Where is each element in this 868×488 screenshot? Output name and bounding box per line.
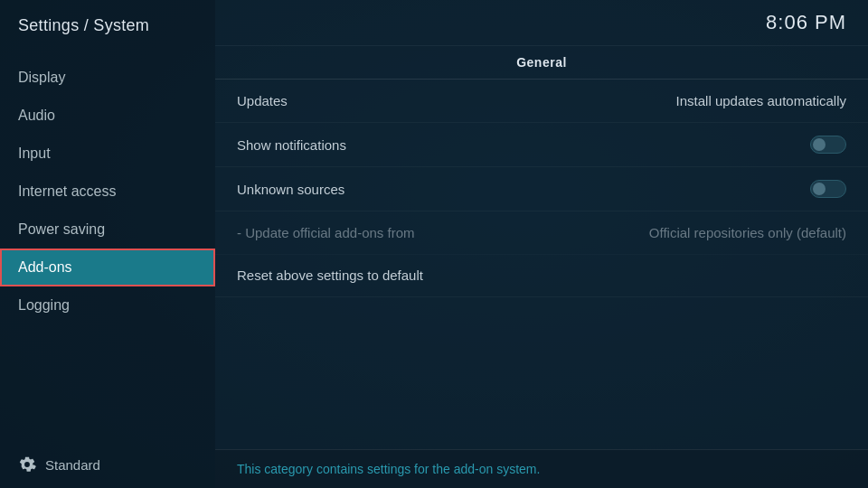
settings-list: Updates Install updates automatically Sh…: [215, 80, 868, 297]
sidebar-item-label: Input: [18, 145, 51, 162]
clock: 8:06 PM: [766, 11, 846, 34]
sidebar-item-label: Add-ons: [18, 259, 72, 276]
update-official-addons-label: - Update official add-ons from: [237, 225, 415, 240]
show-notifications-toggle[interactable]: [810, 136, 846, 154]
sidebar-item-internet-access[interactable]: Internet access: [0, 173, 215, 211]
sidebar-item-label: Logging: [18, 297, 70, 314]
sidebar-footer: Standard: [0, 441, 215, 488]
sidebar-item-input[interactable]: Input: [0, 135, 215, 173]
updates-value: Install updates automatically: [676, 93, 846, 108]
sidebar-nav: Display Audio Input Internet access Powe…: [0, 52, 215, 441]
setting-row-update-official-addons: - Update official add-ons from Official …: [215, 211, 868, 255]
section-header: General: [215, 46, 868, 80]
sidebar-item-label: Display: [18, 70, 65, 86]
updates-label: Updates: [237, 93, 288, 108]
sidebar-item-label: Power saving: [18, 221, 105, 238]
sidebar-item-label: Internet access: [18, 183, 117, 200]
gear-icon: [18, 455, 36, 474]
settings-level-label: Standard: [45, 457, 100, 473]
sidebar-item-add-ons[interactable]: Add-ons: [0, 249, 215, 286]
unknown-sources-label: Unknown sources: [237, 182, 344, 197]
sidebar-item-audio[interactable]: Audio: [0, 97, 215, 135]
setting-row-show-notifications[interactable]: Show notifications: [215, 123, 868, 167]
sidebar-item-display[interactable]: Display: [0, 59, 215, 97]
main-content: 8:06 PM General Updates Install updates …: [215, 0, 868, 488]
app-container: Settings / System Display Audio Input In…: [0, 0, 868, 488]
header: 8:06 PM: [215, 0, 868, 46]
sidebar-item-power-saving[interactable]: Power saving: [0, 211, 215, 249]
sidebar-item-label: Audio: [18, 108, 55, 124]
reset-label: Reset above settings to default: [237, 267, 423, 283]
update-official-addons-value: Official repositories only (default): [649, 225, 846, 240]
show-notifications-label: Show notifications: [237, 137, 346, 153]
unknown-sources-toggle[interactable]: [810, 180, 846, 198]
sidebar-item-logging[interactable]: Logging: [0, 286, 215, 324]
page-title: Settings / System: [0, 0, 215, 52]
setting-row-updates[interactable]: Updates Install updates automatically: [215, 80, 868, 123]
footer-description: This category contains settings for the …: [237, 462, 540, 476]
setting-row-reset[interactable]: Reset above settings to default: [215, 255, 868, 297]
sidebar: Settings / System Display Audio Input In…: [0, 0, 215, 488]
settings-content: General Updates Install updates automati…: [215, 46, 868, 449]
footer: This category contains settings for the …: [215, 449, 868, 488]
setting-row-unknown-sources[interactable]: Unknown sources: [215, 167, 868, 211]
